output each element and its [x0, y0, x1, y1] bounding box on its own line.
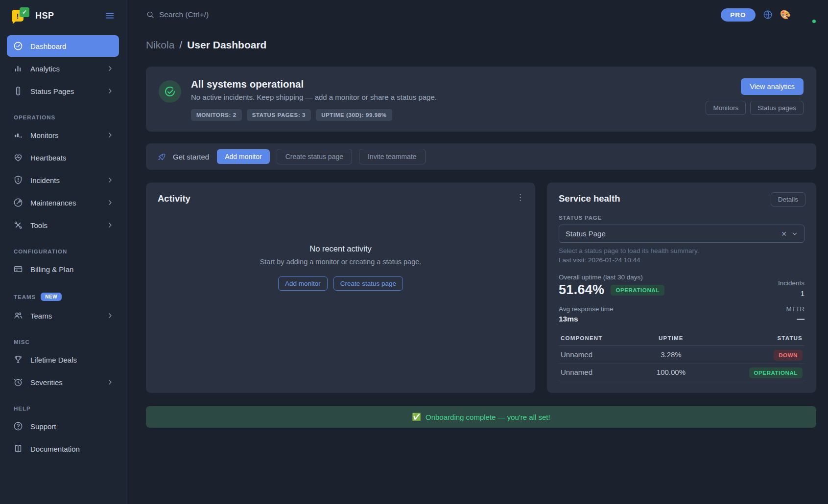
create-status-page-button[interactable]: Create status page: [277, 149, 352, 164]
sidebar-item-incidents[interactable]: Incidents: [7, 169, 119, 191]
get-started-strip: Get started Add monitor Create status pa…: [146, 143, 816, 170]
status-pages-button[interactable]: Status pages: [750, 101, 804, 115]
sidebar-item-label: Teams: [30, 312, 106, 320]
pro-plan-badge[interactable]: PRO: [721, 8, 755, 22]
details-button[interactable]: Details: [771, 192, 805, 206]
app-window: ! ✓ HSP Dashboard Analytics Status Pages…: [0, 0, 828, 504]
chevron-right-icon: [106, 176, 114, 184]
people-icon: [13, 310, 24, 321]
last-visit-text: Last visit: 2026-01-24 10:44: [559, 256, 804, 264]
section-header-help: HELP: [14, 406, 112, 412]
chevron-right-icon: [106, 199, 114, 206]
search-input[interactable]: Search (Ctrl+/): [146, 10, 721, 19]
avg-response-value: 13ms: [559, 315, 614, 323]
sidebar-item-teams[interactable]: Teams: [7, 305, 119, 326]
language-globe-icon[interactable]: [762, 9, 773, 20]
check-emoji-icon: ✅: [412, 412, 421, 421]
add-monitor-empty-button[interactable]: Add monitor: [278, 276, 328, 291]
logo-check-square: ✓: [20, 7, 29, 17]
empty-state-actions: Add monitor Create status page: [158, 276, 523, 291]
uptime-30d-badge: UPTIME (30D): 99.98%: [316, 109, 392, 121]
search-icon: [146, 10, 155, 19]
sidebar-item-tools[interactable]: Tools: [7, 214, 119, 236]
sidebar-item-status-pages[interactable]: Status Pages: [7, 80, 119, 102]
alarm-clock-icon: [13, 377, 24, 388]
col-status: STATUS: [701, 332, 804, 346]
page-content: Nikola / User Dashboard All systems oper…: [126, 29, 828, 428]
sidebar-item-maintenances[interactable]: Maintenances: [7, 192, 119, 213]
theme-palette-icon[interactable]: 🎨: [780, 10, 791, 19]
wrench-circle-icon: [13, 197, 24, 208]
sidebar: ! ✓ HSP Dashboard Analytics Status Pages…: [0, 0, 126, 504]
uptime-block: Overall uptime (last 30 days) 51.64% OPE…: [559, 274, 664, 298]
table-row[interactable]: Unnamed 100.00% OPERATIONAL: [559, 364, 804, 381]
sidebar-item-lifetime-deals[interactable]: Lifetime Deals: [7, 349, 119, 370]
operational-status-badge: OPERATIONAL: [611, 285, 664, 296]
traffic-light-icon: [13, 86, 24, 96]
sidebar-item-label: Maintenances: [30, 199, 106, 207]
get-started-label: Get started: [173, 153, 209, 161]
hero-subtitle: No active incidents. Keep shipping — add…: [191, 93, 706, 101]
sidebar-item-analytics[interactable]: Analytics: [7, 58, 119, 79]
section-header-configuration: CONFIGURATION: [14, 249, 112, 254]
component-name: Unnamed: [559, 364, 641, 381]
clear-selection-icon[interactable]: ✕: [781, 230, 787, 238]
monitors-button[interactable]: Monitors: [706, 101, 746, 115]
mttr-block: MTTR —: [786, 305, 805, 323]
book-icon: [13, 443, 24, 454]
table-row[interactable]: Unnamed 3.28% DOWN: [559, 346, 804, 364]
create-status-page-empty-button[interactable]: Create status page: [333, 276, 403, 291]
empty-state-title: No recent activity: [158, 244, 523, 253]
hero-actions: View analytics Monitors Status pages: [706, 78, 804, 121]
kebab-menu-icon[interactable]: ⋮: [516, 193, 524, 202]
avg-response-label: Avg response time: [559, 305, 614, 313]
uptime-stat-row: Overall uptime (last 30 days) 51.64% OPE…: [559, 274, 804, 298]
service-health-card: Service health Details STATUS PAGE Statu…: [547, 183, 816, 393]
sidebar-item-severities[interactable]: Severities: [7, 371, 119, 393]
empty-state-subtitle: Start by adding a monitor or creating a …: [158, 258, 523, 266]
sidebar-item-support[interactable]: Support: [7, 415, 119, 437]
component-uptime: 3.28%: [641, 346, 701, 364]
heartbeat-icon: [13, 152, 24, 163]
dashboard-columns: Activity ⋮ No recent activity Start by a…: [146, 183, 816, 393]
sidebar-item-documentation[interactable]: Documentation: [7, 438, 119, 459]
sidebar-nav: Dashboard Analytics Status Pages OPERATI…: [0, 31, 126, 459]
sidebar-item-dashboard[interactable]: Dashboard: [7, 35, 119, 57]
bar-chart-icon: [13, 63, 24, 74]
chevron-right-icon: [106, 221, 114, 229]
sidebar-item-label: Severities: [30, 378, 106, 387]
sidebar-item-label: Billing & Plan: [30, 265, 114, 274]
col-uptime: UPTIME: [641, 332, 701, 346]
check-circle-icon: [159, 80, 181, 103]
gauge-icon: [13, 41, 24, 51]
sidebar-item-heartbeats[interactable]: Heartbeats: [7, 147, 119, 168]
status-hero-card: All systems operational No active incide…: [146, 67, 816, 132]
breadcrumb-parent[interactable]: Nikola: [146, 39, 174, 51]
status-page-selected-value: Status Page: [566, 229, 781, 238]
sidebar-item-label: Documentation: [30, 445, 114, 453]
status-pages-count-badge: STATUS PAGES: 3: [247, 109, 311, 121]
question-circle-icon: [13, 421, 24, 432]
select-controls: ✕: [781, 230, 798, 238]
hamburger-menu-icon[interactable]: [104, 10, 115, 21]
sidebar-item-label: Heartbeats: [30, 154, 114, 162]
hsp-logo-icon[interactable]: ! ✓: [12, 7, 29, 24]
chevron-right-icon: [106, 131, 114, 139]
activity-card: Activity ⋮ No recent activity Start by a…: [146, 183, 535, 393]
topbar-actions: PRO 🎨: [721, 5, 816, 24]
view-analytics-button[interactable]: View analytics: [741, 78, 804, 95]
incidents-value: 1: [778, 289, 804, 298]
user-avatar[interactable]: [798, 5, 816, 24]
breadcrumb: Nikola / User Dashboard: [146, 39, 816, 51]
add-monitor-button[interactable]: Add monitor: [217, 149, 269, 164]
service-health-title: Service health: [559, 193, 804, 204]
chevron-right-icon: [106, 378, 114, 386]
chevron-down-icon: [791, 230, 798, 237]
section-header-operations: OPERATIONS: [14, 115, 112, 120]
invite-teammate-button[interactable]: Invite teammate: [359, 149, 426, 164]
select-helper-text: Select a status page to load its health …: [559, 247, 804, 254]
status-page-select[interactable]: Status Page ✕: [559, 225, 804, 243]
sidebar-item-monitors[interactable]: Monitors: [7, 124, 119, 146]
component-name: Unnamed: [559, 346, 641, 364]
sidebar-item-billing[interactable]: Billing & Plan: [7, 258, 119, 280]
